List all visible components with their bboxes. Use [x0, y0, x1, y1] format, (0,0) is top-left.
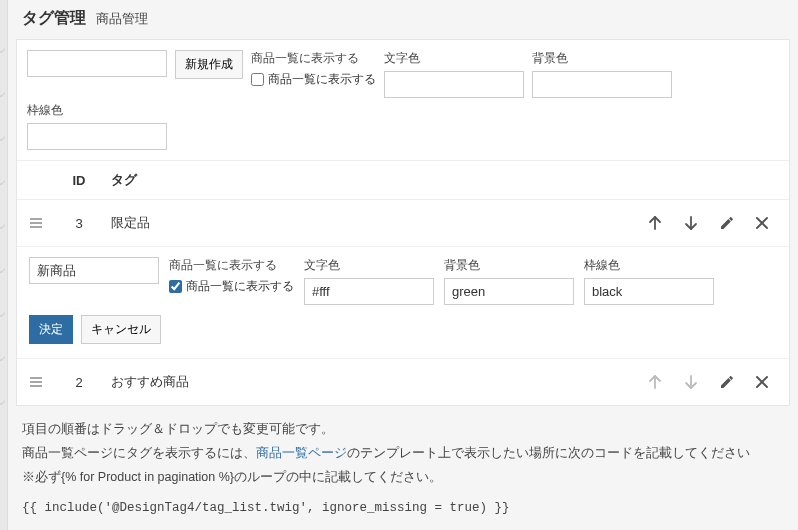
col-header-id: ID — [59, 173, 99, 188]
page-title: タグ管理 — [22, 8, 86, 29]
note-line-3: ※必ず{% for Product in pagination %}のループの中… — [22, 466, 784, 490]
note-line-1: 項目の順番はドラッグ＆ドロップでも変更可能です。 — [22, 418, 784, 442]
page-header: タグ管理 商品管理 — [8, 0, 798, 39]
include-code-snippet: {{ include('@DesignTag4/tag_list.twig', … — [22, 497, 784, 521]
edit-text-color-label: 文字色 — [304, 257, 434, 274]
sidebar-gutter — [0, 0, 8, 530]
cancel-button[interactable]: キャンセル — [81, 315, 161, 344]
submit-button[interactable]: 決定 — [29, 315, 73, 344]
drag-handle-icon[interactable] — [29, 375, 59, 389]
col-header-tag: タグ — [99, 171, 607, 189]
edit-border-color-input[interactable] — [584, 278, 714, 305]
new-tag-create-button[interactable]: 新規作成 — [175, 50, 243, 79]
bg-color-input[interactable] — [532, 71, 672, 98]
bg-color-label: 背景色 — [532, 50, 672, 67]
page-subtitle: 商品管理 — [96, 10, 148, 28]
move-up-icon[interactable] — [647, 374, 663, 390]
edit-show-in-list-checkbox-wrap[interactable]: 商品一覧に表示する — [169, 278, 294, 295]
delete-icon[interactable] — [755, 374, 769, 390]
edit-bg-color-label: 背景色 — [444, 257, 574, 274]
edit-text-color-input[interactable] — [304, 278, 434, 305]
edit-show-in-list-checkbox[interactable] — [169, 280, 182, 293]
text-color-label: 文字色 — [384, 50, 524, 67]
edit-bg-color-input[interactable] — [444, 278, 574, 305]
delete-icon[interactable] — [755, 215, 769, 231]
row-id: 2 — [59, 375, 99, 390]
drag-handle-icon[interactable] — [29, 216, 59, 230]
show-in-list-checkbox-wrap[interactable]: 商品一覧に表示する — [251, 71, 376, 88]
note-line-2a: 商品一覧ページにタグを表示するには、 — [22, 446, 256, 460]
row-id: 3 — [59, 216, 99, 231]
product-list-page-link[interactable]: 商品一覧ページ — [256, 446, 347, 460]
edit-icon[interactable] — [719, 374, 735, 390]
show-in-list-label: 商品一覧に表示する — [251, 50, 376, 67]
move-down-icon[interactable] — [683, 374, 699, 390]
row-name: おすすめ商品 — [99, 373, 607, 391]
edit-icon[interactable] — [719, 215, 735, 231]
table-header: ID タグ — [17, 160, 789, 199]
border-color-input[interactable] — [27, 123, 167, 150]
edit-show-in-list-label: 商品一覧に表示する — [169, 257, 294, 274]
help-notes: 項目の順番はドラッグ＆ドロップでも変更可能です。 商品一覧ページにタグを表示する… — [8, 406, 798, 530]
row-name: 限定品 — [99, 214, 607, 232]
edit-border-color-label: 枠線色 — [584, 257, 714, 274]
move-up-icon[interactable] — [647, 215, 663, 231]
new-tag-name-input[interactable] — [27, 50, 167, 77]
note-line-2b: のテンプレート上で表示したい場所に次のコードを記載してください — [347, 446, 750, 460]
border-color-label: 枠線色 — [27, 102, 167, 119]
new-tag-form: 新規作成 商品一覧に表示する 商品一覧に表示する 文字色 背景色 — [17, 40, 789, 102]
table-row: 3 限定品 — [17, 199, 789, 246]
edit-name-input[interactable] — [29, 257, 159, 284]
edit-row: 商品一覧に表示する 商品一覧に表示する 文字色 背景色 — [17, 246, 789, 358]
table-row: 2 おすすめ商品 — [17, 358, 789, 405]
move-down-icon[interactable] — [683, 215, 699, 231]
text-color-input[interactable] — [384, 71, 524, 98]
edit-show-in-list-checkbox-label: 商品一覧に表示する — [186, 278, 294, 295]
show-in-list-checkbox[interactable] — [251, 73, 264, 86]
show-in-list-checkbox-label: 商品一覧に表示する — [268, 71, 376, 88]
